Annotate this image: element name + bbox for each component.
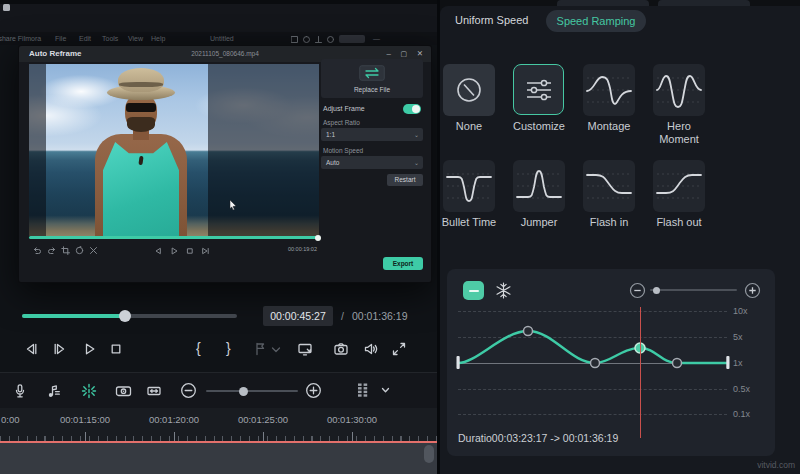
flash-in-curve-icon — [583, 160, 635, 212]
crop-icon[interactable] — [61, 246, 70, 255]
caret-down-icon[interactable] — [381, 387, 390, 394]
next-frame-button[interactable] — [52, 341, 68, 357]
preset-tile-none[interactable] — [443, 64, 495, 116]
timeline-major-tick — [85, 432, 86, 441]
music-note-icon[interactable] — [45, 383, 61, 399]
left-section: Wondershare Filmora File Edit Tools View… — [0, 0, 437, 474]
menu-item-tools[interactable]: Tools — [102, 32, 118, 45]
timeline-clip-strip[interactable] — [0, 443, 437, 474]
scissors-icon[interactable] — [89, 246, 98, 255]
track-manage-icon[interactable] — [356, 382, 370, 399]
mic-icon[interactable] — [12, 383, 28, 399]
fullscreen-icon[interactable] — [391, 341, 407, 357]
motion-speed-select[interactable]: Auto ⌄ — [321, 156, 423, 169]
replace-file-card[interactable]: Replace File — [321, 59, 423, 98]
chart-zoom-in-button[interactable] — [744, 282, 761, 299]
tab-speed-ramping[interactable]: Speed Ramping — [546, 10, 646, 32]
menubar-tool-icon[interactable] — [315, 36, 322, 43]
undo-icon[interactable] — [33, 246, 42, 255]
mark-in-button[interactable]: { — [196, 340, 201, 356]
bullet-time-curve-icon — [443, 160, 495, 212]
menubar: Wondershare Filmora File Edit Tools View… — [0, 32, 437, 45]
menu-item-help[interactable]: Help — [151, 32, 165, 45]
rotate-icon[interactable] — [75, 246, 84, 255]
preset-label: Flash out — [647, 216, 711, 229]
project-name[interactable]: Untitled — [210, 32, 234, 45]
marker-chevron-icon[interactable] — [271, 346, 281, 354]
speed-curve-chart[interactable] — [455, 305, 731, 425]
duration-row: Duratio00:03:23:17 -> 00:01:36:19 — [458, 432, 618, 444]
minus-icon — [469, 290, 479, 292]
duration-value: 00:03:23:17 -> 00:01:36:19 — [492, 432, 618, 444]
menubar-tool-icon[interactable] — [327, 36, 334, 43]
mark-out-button[interactable]: } — [226, 340, 231, 356]
arrows-box-icon[interactable] — [146, 383, 162, 399]
minimize-icon[interactable]: — — [373, 32, 380, 45]
chart-zoom-handle[interactable] — [653, 287, 660, 294]
seek-handle[interactable] — [119, 310, 131, 322]
y-axis-label: 0.5x — [733, 384, 750, 394]
camera-eye-icon[interactable] — [115, 383, 133, 399]
preset-tile-hero-moment[interactable] — [653, 64, 705, 116]
stop-button[interactable] — [108, 341, 124, 357]
menubar-tool-icon[interactable] — [303, 36, 310, 43]
zoom-in-button[interactable] — [305, 382, 322, 399]
seek-slider[interactable] — [22, 314, 237, 318]
preset-tile-jumper[interactable] — [513, 160, 565, 212]
snapshot-icon[interactable] — [333, 341, 349, 357]
motion-speed-label: Motion Speed — [323, 147, 363, 154]
play-icon[interactable] — [169, 246, 179, 256]
zoom-slider[interactable] — [206, 390, 298, 392]
swap-icon — [359, 65, 385, 81]
restart-button[interactable]: Restart — [387, 174, 423, 186]
timeline-major-tick — [352, 432, 353, 441]
prev-frame-button[interactable] — [23, 341, 39, 357]
reframe-crop-region[interactable] — [46, 64, 208, 236]
redo-icon[interactable] — [47, 246, 56, 255]
remove-point-button[interactable] — [463, 281, 484, 300]
freeze-frame-icon[interactable] — [495, 282, 512, 299]
zoom-slider-handle[interactable] — [239, 387, 248, 396]
mirror-display-icon[interactable] — [297, 341, 313, 357]
adjust-frame-toggle[interactable] — [403, 104, 421, 114]
preset-label: Montage — [577, 120, 641, 133]
menu-item-view[interactable]: View — [128, 32, 143, 45]
menu-item-file[interactable]: File — [55, 32, 66, 45]
current-timecode: 00:00:45:27 — [263, 306, 333, 326]
stop-icon[interactable] — [185, 246, 195, 256]
export-button[interactable]: Export — [383, 257, 423, 270]
current-timecode-box: 00:00:45:27 — [263, 306, 333, 326]
export-button-disabled[interactable] — [339, 35, 365, 43]
zoom-out-button[interactable] — [180, 382, 197, 399]
menubar-tool-icon[interactable] — [291, 36, 298, 43]
volume-icon[interactable] — [363, 341, 379, 357]
playhead-line[interactable] — [640, 307, 642, 438]
preset-label: Jumper — [507, 216, 571, 229]
next-frame-icon[interactable] — [200, 246, 210, 256]
preset-tile-customize[interactable] — [513, 64, 564, 115]
chart-zoom-out-button[interactable] — [629, 282, 646, 299]
aspect-ratio-label: Aspect Ratio — [323, 119, 360, 126]
aspect-ratio-value: 1:1 — [326, 131, 335, 138]
play-button[interactable] — [81, 341, 97, 357]
quick-split-icon[interactable] — [81, 383, 97, 399]
speed-panel: Uniform Speed Speed Ramping None Customi… — [440, 0, 800, 474]
preset-tile-bullet-time[interactable] — [443, 160, 495, 212]
prev-frame-icon[interactable] — [153, 246, 163, 256]
preset-tile-flash-in[interactable] — [583, 160, 635, 212]
total-timecode: 00:01:36:19 — [352, 306, 407, 326]
aspect-ratio-select[interactable]: 1:1 ⌄ — [321, 128, 423, 141]
preset-tile-montage[interactable] — [583, 64, 635, 116]
preview-seekbar[interactable] — [29, 236, 319, 239]
preset-label: Hero Moment — [647, 120, 711, 146]
preset-tile-flash-out[interactable] — [653, 160, 705, 212]
timeline-scrollbar[interactable] — [424, 445, 434, 463]
tab-uniform-speed[interactable]: Uniform Speed — [455, 14, 528, 26]
timeline-ruler[interactable]: 0:00 00:01:15:00 00:01:20:00 00:01:25:00… — [0, 408, 437, 441]
marker-icon[interactable] — [252, 341, 268, 357]
preset-label: Bullet Time — [437, 216, 501, 229]
menu-item-edit[interactable]: Edit — [79, 32, 91, 45]
preset-label: Flash in — [577, 216, 641, 229]
chart-zoom-slider[interactable] — [650, 289, 737, 291]
video-preview[interactable] — [29, 64, 319, 236]
